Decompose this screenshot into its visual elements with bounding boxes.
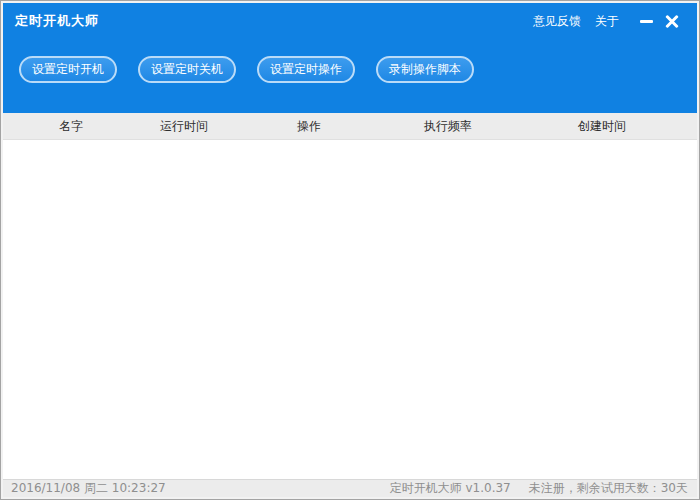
column-header-frequency[interactable]: 执行频率	[389, 118, 507, 135]
about-link[interactable]: 关于	[595, 13, 619, 30]
statusbar: 2016/11/08 周二 10:23:27 定时开机大师 v1.0.37 未注…	[3, 479, 697, 497]
set-scheduled-shutdown-button[interactable]: 设置定时关机	[138, 56, 236, 83]
titlebar: 定时开机大师 意见反馈 关于	[3, 3, 697, 39]
column-header-name[interactable]: 名字	[3, 118, 139, 135]
window-title: 定时开机大师	[15, 12, 99, 30]
titlebar-right: 意见反馈 关于	[533, 10, 685, 32]
column-header-runtime[interactable]: 运行时间	[139, 118, 229, 135]
minimize-button[interactable]	[633, 10, 659, 32]
statusbar-license-status: 未注册，剩余试用天数：30天	[529, 480, 688, 497]
task-table-header: 名字 运行时间 操作 执行频率 创建时间	[3, 113, 697, 140]
close-button[interactable]	[659, 10, 685, 32]
feedback-link[interactable]: 意见反馈	[533, 13, 581, 30]
minimize-icon	[640, 20, 653, 23]
statusbar-datetime: 2016/11/08 周二 10:23:27	[11, 480, 166, 497]
app-window: 定时开机大师 意见反馈 关于 设置定时开机 设置定时关机 设置定时操作 录制操作…	[0, 0, 700, 500]
column-header-created[interactable]: 创建时间	[507, 118, 697, 135]
set-scheduled-boot-button[interactable]: 设置定时开机	[19, 56, 117, 83]
statusbar-app-version: 定时开机大师 v1.0.37	[390, 480, 511, 497]
toolbar: 设置定时开机 设置定时关机 设置定时操作 录制操作脚本	[3, 39, 697, 113]
close-icon	[665, 14, 679, 28]
record-operation-script-button[interactable]: 录制操作脚本	[376, 56, 474, 83]
statusbar-right: 定时开机大师 v1.0.37 未注册，剩余试用天数：30天	[390, 480, 688, 497]
column-header-operation[interactable]: 操作	[229, 118, 389, 135]
set-scheduled-operation-button[interactable]: 设置定时操作	[257, 56, 355, 83]
blue-header-area: 定时开机大师 意见反馈 关于 设置定时开机 设置定时关机 设置定时操作 录制操作…	[3, 3, 697, 113]
task-list-empty-area	[3, 140, 697, 479]
